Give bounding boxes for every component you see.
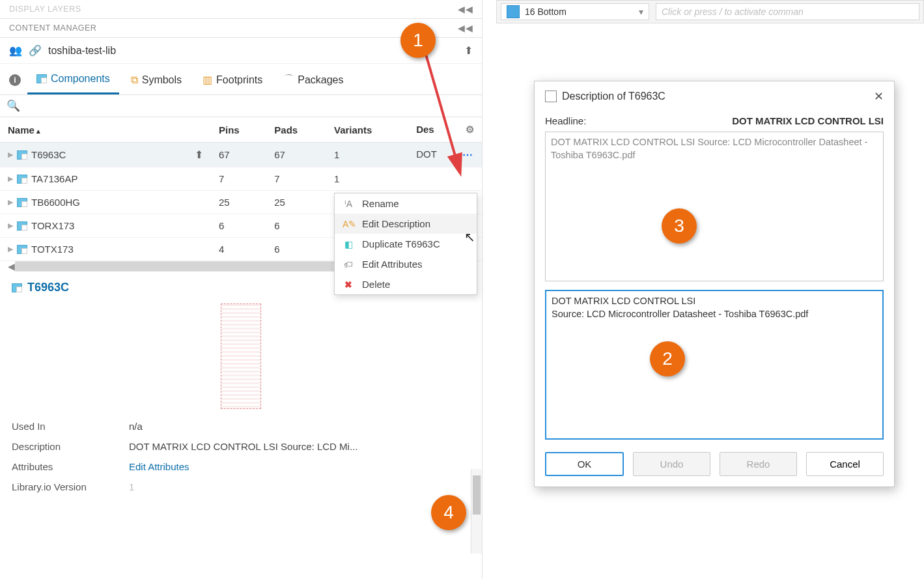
used-in-value: n/a	[129, 421, 470, 432]
layer-select-value: 16 Bottom	[525, 7, 567, 17]
callout-1: 1	[400, 23, 436, 58]
command-hint-text: Click or press / to activate comman	[662, 7, 804, 17]
search-row: 🔍	[0, 95, 482, 117]
libver-label: Library.io Version	[12, 481, 129, 492]
component-icon	[36, 74, 47, 83]
expand-icon[interactable]: ▶	[8, 198, 13, 206]
cell-pads: 7	[266, 167, 326, 191]
libver-value: 1	[129, 481, 470, 492]
edit-attributes-item[interactable]: 🏷 Edit Attributes	[335, 254, 477, 274]
context-menu: ᴵA Rename A✎ Edit Description ◧ Duplicat…	[334, 193, 477, 295]
dialog-title-text: Description of T6963C	[562, 91, 665, 102]
cell-pins: 7	[211, 167, 266, 191]
headline-label: Headline:	[545, 115, 586, 126]
cell-pads: 6	[266, 238, 326, 261]
col-pads[interactable]: Pads	[266, 117, 326, 143]
rename-label: Rename	[362, 198, 399, 209]
package-icon: ⌒	[283, 73, 294, 87]
gear-icon[interactable]: ⚙	[466, 124, 474, 135]
undo-button[interactable]: Undo	[633, 452, 710, 476]
command-input[interactable]: Click or press / to activate comman	[656, 3, 919, 20]
library-name[interactable]: toshiba-test-lib	[48, 45, 116, 57]
callout-4: 4	[431, 495, 466, 530]
component-icon	[17, 198, 27, 207]
expand-icon[interactable]: ▶	[8, 175, 13, 183]
col-name[interactable]: Name	[0, 117, 211, 143]
col-name-label: Name	[8, 124, 40, 135]
callout-label: 3	[674, 216, 684, 236]
col-desc[interactable]: Des ⚙	[408, 117, 482, 143]
rename-item[interactable]: ᴵA Rename	[335, 193, 477, 214]
description-readonly	[545, 132, 884, 281]
tab-components[interactable]: Components	[27, 65, 119, 94]
preview-title-text: T6963C	[27, 281, 69, 294]
delete-item[interactable]: ✖ Delete	[335, 274, 477, 294]
library-tabs: i Components ⧉ Symbols ▥ Footprints ⌒ Pa…	[0, 64, 482, 95]
table-row[interactable]: ▶ TA7136AP 7 7 1	[0, 167, 482, 191]
duplicate-item[interactable]: ◧ Duplicate T6963C	[335, 234, 477, 254]
component-icon	[17, 150, 27, 160]
tab-packages[interactable]: ⌒ Packages	[274, 65, 352, 94]
footprint-icon: ▥	[203, 74, 212, 86]
cell-name: TA7136AP	[31, 173, 77, 184]
description-edit-field[interactable]	[545, 290, 884, 440]
cell-variants: 1	[326, 167, 408, 191]
tab-label: Components	[51, 73, 110, 85]
tab-label: Footprints	[216, 74, 262, 86]
symbol-icon: ⧉	[131, 74, 138, 86]
row-actions-button[interactable]: ⋯	[462, 148, 474, 161]
cell-desc: DOT	[416, 148, 437, 160]
collapse-icon[interactable]: ◀◀	[458, 4, 473, 14]
edit-attributes-link[interactable]: Edit Attributes	[129, 461, 470, 472]
description-dialog: Description of T6963C ✕ Headline: DOT MA…	[534, 81, 895, 487]
vertical-scrollbar[interactable]	[471, 469, 482, 554]
cursor-icon: ↖	[464, 229, 475, 245]
upload-icon[interactable]: ⬆	[464, 44, 473, 57]
display-layers-header[interactable]: DISPLAY LAYERS ◀◀	[0, 0, 482, 19]
cell-pads: 6	[266, 214, 326, 238]
top-toolbar: 16 Bottom ▾ Click or press / to activate…	[496, 0, 924, 23]
chevron-down-icon: ▾	[639, 7, 643, 17]
redo-button[interactable]: Redo	[720, 452, 797, 476]
meta-grid: Used In n/a Description DOT MATRIX LCD C…	[12, 421, 470, 492]
search-icon: 🔍	[7, 99, 20, 113]
footprint-image	[221, 304, 261, 409]
rename-icon: ᴵA	[343, 199, 354, 209]
delete-icon: ✖	[343, 279, 354, 290]
callout-label: 2	[662, 348, 673, 369]
cell-variants: 1	[326, 143, 408, 167]
col-desc-label: Des	[416, 124, 434, 135]
link-icon: 🔗	[29, 44, 42, 57]
search-input[interactable]	[25, 100, 475, 112]
col-variants[interactable]: Variants	[326, 117, 408, 143]
callout-2: 2	[650, 341, 685, 376]
close-button[interactable]: ✕	[874, 89, 884, 104]
edit-description-item[interactable]: A✎ Edit Description	[335, 214, 477, 234]
description-value: DOT MATRIX LCD CONTROL LSI Source: LCD M…	[129, 441, 470, 452]
layer-select[interactable]: 16 Bottom ▾	[501, 3, 649, 20]
content-manager-title: CONTENT MANAGER	[9, 23, 96, 33]
info-icon[interactable]: i	[9, 74, 21, 86]
cell-name: TB6600HG	[31, 197, 80, 208]
ok-button[interactable]: OK	[545, 452, 624, 476]
tab-symbols[interactable]: ⧉ Symbols	[122, 66, 191, 94]
table-row[interactable]: ▶ T6963C ⬆ 67 67 1 DOT ⋯	[0, 143, 482, 167]
pencil-icon: A✎	[343, 219, 354, 229]
dialog-icon	[545, 91, 557, 102]
tab-footprints[interactable]: ▥ Footprints	[193, 66, 272, 94]
cell-pins: 6	[211, 214, 266, 238]
expand-icon[interactable]: ▶	[8, 221, 13, 230]
expand-icon[interactable]: ▶	[8, 150, 13, 159]
attributes-label: Attributes	[12, 461, 129, 472]
expand-icon[interactable]: ▶	[8, 245, 13, 253]
tab-label: Symbols	[142, 74, 182, 86]
cell-pads: 67	[266, 143, 326, 167]
component-icon	[17, 221, 27, 231]
description-label: Description	[12, 441, 129, 452]
edit-attributes-label: Edit Attributes	[362, 259, 423, 270]
collapse-icon[interactable]: ◀◀	[458, 23, 473, 33]
upload-icon[interactable]: ⬆	[195, 148, 203, 161]
cancel-button[interactable]: Cancel	[806, 452, 884, 476]
col-pins[interactable]: Pins	[211, 117, 266, 143]
cell-pins: 67	[211, 143, 266, 167]
